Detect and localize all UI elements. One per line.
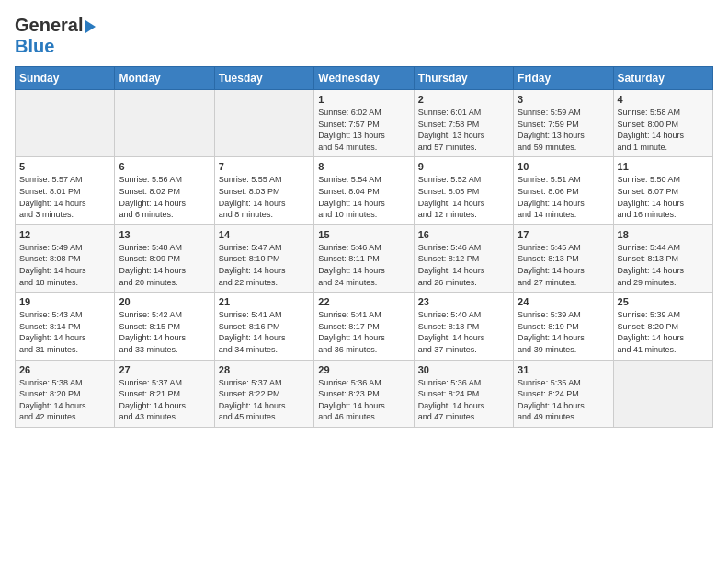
week-row-2: 5Sunrise: 5:57 AMSunset: 8:01 PMDaylight… — [16, 157, 713, 224]
day-info: Sunrise: 5:57 AMSunset: 8:01 PMDaylight:… — [19, 174, 110, 220]
calendar-cell: 5Sunrise: 5:57 AMSunset: 8:01 PMDaylight… — [16, 157, 115, 224]
calendar-cell: 12Sunrise: 5:49 AMSunset: 8:08 PMDayligh… — [16, 224, 115, 292]
day-info: Sunrise: 5:36 AMSunset: 8:23 PMDaylight:… — [318, 377, 409, 423]
day-info: Sunrise: 5:40 AMSunset: 8:18 PMDaylight:… — [418, 309, 509, 355]
day-info: Sunrise: 5:59 AMSunset: 7:59 PMDaylight:… — [518, 107, 609, 153]
day-info: Sunrise: 5:36 AMSunset: 8:24 PMDaylight:… — [418, 377, 509, 423]
calendar-cell: 8Sunrise: 5:54 AMSunset: 8:04 PMDaylight… — [314, 157, 414, 224]
day-number: 13 — [119, 229, 210, 240]
day-info: Sunrise: 5:46 AMSunset: 8:11 PMDaylight:… — [318, 242, 409, 288]
day-number: 24 — [518, 296, 609, 307]
day-number: 15 — [318, 229, 409, 240]
weekday-tuesday: Tuesday — [214, 67, 313, 90]
day-number: 5 — [19, 161, 110, 172]
day-info: Sunrise: 5:41 AMSunset: 8:17 PMDaylight:… — [318, 309, 409, 355]
day-info: Sunrise: 5:46 AMSunset: 8:12 PMDaylight:… — [418, 242, 509, 288]
day-info: Sunrise: 5:38 AMSunset: 8:20 PMDaylight:… — [19, 377, 110, 423]
weekday-saturday: Saturday — [613, 67, 712, 90]
day-number: 12 — [19, 229, 110, 240]
calendar-cell: 11Sunrise: 5:50 AMSunset: 8:07 PMDayligh… — [613, 157, 712, 224]
calendar-cell: 6Sunrise: 5:56 AMSunset: 8:02 PMDaylight… — [115, 157, 214, 224]
calendar-cell: 24Sunrise: 5:39 AMSunset: 8:19 PMDayligh… — [514, 293, 613, 360]
calendar-cell: 16Sunrise: 5:46 AMSunset: 8:12 PMDayligh… — [414, 224, 513, 292]
logo-arrow-icon — [85, 20, 96, 33]
day-info: Sunrise: 5:58 AMSunset: 8:00 PMDaylight:… — [618, 107, 709, 153]
weekday-thursday: Thursday — [414, 67, 513, 90]
calendar-cell: 17Sunrise: 5:45 AMSunset: 8:13 PMDayligh… — [514, 224, 613, 292]
day-number: 30 — [418, 364, 509, 375]
day-number: 3 — [518, 94, 609, 105]
day-number: 19 — [19, 296, 110, 307]
week-row-1: 1Sunrise: 6:02 AMSunset: 7:57 PMDaylight… — [16, 90, 713, 157]
calendar-cell: 26Sunrise: 5:38 AMSunset: 8:20 PMDayligh… — [16, 360, 115, 427]
day-info: Sunrise: 5:39 AMSunset: 8:20 PMDaylight:… — [618, 309, 709, 355]
day-number: 26 — [19, 364, 110, 375]
calendar-cell: 2Sunrise: 6:01 AMSunset: 7:58 PMDaylight… — [414, 90, 513, 157]
weekday-header-row: SundayMondayTuesdayWednesdayThursdayFrid… — [16, 67, 713, 90]
day-number: 10 — [518, 161, 609, 172]
week-row-4: 19Sunrise: 5:43 AMSunset: 8:14 PMDayligh… — [16, 293, 713, 360]
calendar-cell: 29Sunrise: 5:36 AMSunset: 8:23 PMDayligh… — [314, 360, 414, 427]
calendar-cell: 1Sunrise: 6:02 AMSunset: 7:57 PMDaylight… — [314, 90, 414, 157]
day-info: Sunrise: 6:02 AMSunset: 7:57 PMDaylight:… — [318, 107, 409, 153]
day-info: Sunrise: 5:54 AMSunset: 8:04 PMDaylight:… — [318, 174, 409, 220]
calendar-cell — [613, 360, 712, 427]
day-info: Sunrise: 5:49 AMSunset: 8:08 PMDaylight:… — [19, 242, 110, 288]
day-number: 17 — [518, 229, 609, 240]
week-row-3: 12Sunrise: 5:49 AMSunset: 8:08 PMDayligh… — [16, 224, 713, 292]
day-info: Sunrise: 5:56 AMSunset: 8:02 PMDaylight:… — [119, 174, 210, 220]
day-info: Sunrise: 5:47 AMSunset: 8:10 PMDaylight:… — [219, 242, 310, 288]
calendar-cell — [16, 90, 115, 157]
logo-blue: Blue — [15, 36, 54, 56]
day-number: 9 — [418, 161, 509, 172]
calendar-cell: 9Sunrise: 5:52 AMSunset: 8:05 PMDaylight… — [414, 157, 513, 224]
day-number: 20 — [119, 296, 210, 307]
calendar-cell: 19Sunrise: 5:43 AMSunset: 8:14 PMDayligh… — [16, 293, 115, 360]
calendar-cell — [115, 90, 214, 157]
day-number: 28 — [219, 364, 310, 375]
day-number: 2 — [418, 94, 509, 105]
calendar-cell: 23Sunrise: 5:40 AMSunset: 8:18 PMDayligh… — [414, 293, 513, 360]
day-info: Sunrise: 5:44 AMSunset: 8:13 PMDaylight:… — [618, 242, 709, 288]
calendar-cell: 22Sunrise: 5:41 AMSunset: 8:17 PMDayligh… — [314, 293, 414, 360]
logo: General Blue — [15, 15, 96, 57]
day-number: 11 — [618, 161, 709, 172]
day-info: Sunrise: 5:50 AMSunset: 8:07 PMDaylight:… — [618, 174, 709, 220]
logo-general: General — [15, 15, 83, 36]
day-info: Sunrise: 5:37 AMSunset: 8:22 PMDaylight:… — [219, 377, 310, 423]
day-info: Sunrise: 5:37 AMSunset: 8:21 PMDaylight:… — [119, 377, 210, 423]
calendar-cell: 20Sunrise: 5:42 AMSunset: 8:15 PMDayligh… — [115, 293, 214, 360]
day-number: 14 — [219, 229, 310, 240]
calendar-cell: 28Sunrise: 5:37 AMSunset: 8:22 PMDayligh… — [214, 360, 313, 427]
day-number: 29 — [318, 364, 409, 375]
day-info: Sunrise: 5:48 AMSunset: 8:09 PMDaylight:… — [119, 242, 210, 288]
day-info: Sunrise: 5:55 AMSunset: 8:03 PMDaylight:… — [219, 174, 310, 220]
day-number: 31 — [518, 364, 609, 375]
calendar-cell: 10Sunrise: 5:51 AMSunset: 8:06 PMDayligh… — [514, 157, 613, 224]
calendar-cell: 21Sunrise: 5:41 AMSunset: 8:16 PMDayligh… — [214, 293, 313, 360]
calendar-cell: 7Sunrise: 5:55 AMSunset: 8:03 PMDaylight… — [214, 157, 313, 224]
day-number: 23 — [418, 296, 509, 307]
weekday-wednesday: Wednesday — [314, 67, 414, 90]
day-number: 27 — [119, 364, 210, 375]
day-number: 4 — [618, 94, 709, 105]
week-row-5: 26Sunrise: 5:38 AMSunset: 8:20 PMDayligh… — [16, 360, 713, 427]
day-info: Sunrise: 6:01 AMSunset: 7:58 PMDaylight:… — [418, 107, 509, 153]
weekday-sunday: Sunday — [16, 67, 115, 90]
day-info: Sunrise: 5:35 AMSunset: 8:24 PMDaylight:… — [518, 377, 609, 423]
page: General Blue SundayMondayTuesdayWednesda… — [0, 0, 728, 442]
day-number: 6 — [119, 161, 210, 172]
day-number: 18 — [618, 229, 709, 240]
weekday-monday: Monday — [115, 67, 214, 90]
day-info: Sunrise: 5:41 AMSunset: 8:16 PMDaylight:… — [219, 309, 310, 355]
calendar-cell: 27Sunrise: 5:37 AMSunset: 8:21 PMDayligh… — [115, 360, 214, 427]
day-info: Sunrise: 5:52 AMSunset: 8:05 PMDaylight:… — [418, 174, 509, 220]
calendar-cell: 15Sunrise: 5:46 AMSunset: 8:11 PMDayligh… — [314, 224, 414, 292]
day-number: 7 — [219, 161, 310, 172]
calendar-cell: 3Sunrise: 5:59 AMSunset: 7:59 PMDaylight… — [514, 90, 613, 157]
day-info: Sunrise: 5:43 AMSunset: 8:14 PMDaylight:… — [19, 309, 110, 355]
calendar-cell: 13Sunrise: 5:48 AMSunset: 8:09 PMDayligh… — [115, 224, 214, 292]
weekday-friday: Friday — [514, 67, 613, 90]
header: General Blue — [15, 15, 713, 57]
day-info: Sunrise: 5:42 AMSunset: 8:15 PMDaylight:… — [119, 309, 210, 355]
